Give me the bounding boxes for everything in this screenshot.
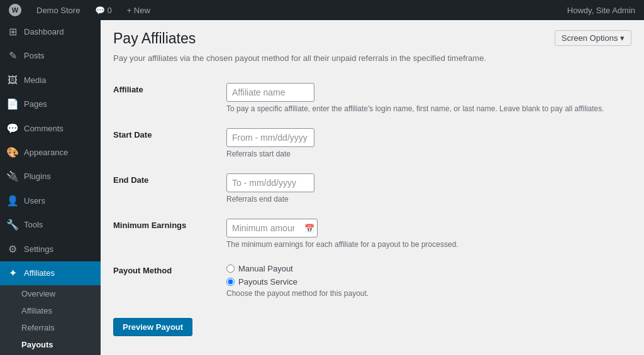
- sidebar-item-label: Posts: [24, 50, 45, 62]
- sidebar-item-label: Affiliates: [24, 268, 55, 279]
- affiliate-input[interactable]: [226, 83, 314, 102]
- payouts-service-option[interactable]: Payouts Service: [226, 277, 631, 287]
- preview-payout-button[interactable]: Preview Payout: [113, 318, 192, 336]
- min-earnings-row: Minimum Earnings 📅 The minimum earnings …: [113, 211, 631, 256]
- end-date-description: Referrals end date: [226, 195, 631, 204]
- users-icon: 👤: [6, 194, 19, 208]
- min-earnings-input-wrap: 📅: [226, 219, 318, 238]
- min-earnings-field: 📅 The minimum earnings for each affiliat…: [226, 211, 631, 256]
- sidebar-item-pages[interactable]: 📄 Pages: [0, 92, 101, 116]
- topbar-right: Howdy, Site Admin: [564, 0, 639, 20]
- topbar-left: W Demo Store 💬 0 + New: [5, 0, 154, 20]
- main-content: Pay your affiliates via the chosen payou…: [101, 47, 644, 349]
- submenu-affiliates[interactable]: Affiliates: [0, 302, 101, 319]
- payouts-service-radio[interactable]: [226, 278, 235, 286]
- tools-icon: 🔧: [6, 218, 19, 232]
- pages-icon: 📄: [6, 97, 19, 111]
- affiliate-label: Affiliate: [113, 75, 226, 121]
- sidebar-item-label: Media: [24, 75, 46, 86]
- calendar-icon: 📅: [299, 221, 319, 236]
- sidebar-item-label: Pages: [24, 99, 47, 110]
- sidebar: ⊞ Dashboard ✎ Posts 🖼 Media 📄 Pa: [0, 20, 101, 355]
- new-content-link[interactable]: + New: [123, 0, 154, 20]
- payout-method-radio-group: Manual Payout Payouts Service: [226, 264, 631, 287]
- sidebar-item-appearance[interactable]: 🎨 Appearance: [0, 141, 101, 165]
- manual-payout-option[interactable]: Manual Payout: [226, 264, 631, 273]
- pay-affiliates-form: Affiliate To pay a specific affiliate, e…: [113, 75, 631, 305]
- sidebar-item-posts[interactable]: ✎ Posts: [0, 44, 101, 68]
- submit-section: Preview Payout: [113, 318, 631, 336]
- sidebar-item-affiliates[interactable]: ✦ Affiliates Overview Affiliates Referra…: [0, 261, 101, 355]
- start-date-row: Start Date Referrals start date: [113, 121, 631, 166]
- howdy-text: Howdy, Site Admin: [567, 6, 635, 15]
- sidebar-item-plugins[interactable]: 🔌 Plugins: [0, 165, 101, 188]
- start-date-input[interactable]: [226, 128, 314, 147]
- site-name[interactable]: Demo Store: [33, 0, 84, 20]
- payout-method-label: Payout Method: [113, 256, 226, 305]
- payout-method-field: Manual Payout Payouts Service Choose the…: [226, 256, 631, 305]
- end-date-row: End Date Referrals end date: [113, 166, 631, 211]
- submenu-payouts[interactable]: Payouts: [0, 336, 101, 353]
- screen-options-label: Screen Options ▾: [562, 33, 625, 43]
- end-date-field: Referrals end date: [226, 166, 631, 211]
- site-name-label: Demo Store: [36, 6, 80, 15]
- sidebar-item-label: Appearance: [24, 147, 68, 158]
- dashboard-icon: ⊞: [6, 25, 19, 39]
- topbar: W Demo Store 💬 0 + New Howdy, Site Admin: [0, 0, 644, 20]
- start-date-description: Referrals start date: [226, 150, 631, 158]
- comment-count: 0: [107, 6, 111, 15]
- affiliate-field: To pay a specific affiliate, enter the a…: [226, 75, 631, 121]
- sidebar-item-users[interactable]: 👤 Users: [0, 189, 101, 213]
- sidebar-menu: ⊞ Dashboard ✎ Posts 🖼 Media 📄 Pa: [0, 20, 101, 355]
- user-info[interactable]: Howdy, Site Admin: [564, 0, 639, 20]
- sidebar-item-label: Users: [24, 195, 45, 207]
- main-content-area: Pay Affiliates Screen Options ▾ Pay your…: [101, 20, 644, 355]
- sidebar-item-label: Settings: [24, 244, 53, 255]
- payouts-service-label: Payouts Service: [238, 277, 297, 287]
- payout-method-row: Payout Method Manual Payout Payouts Serv…: [113, 256, 631, 305]
- page-title: Pay Affiliates: [113, 30, 196, 47]
- manual-payout-radio[interactable]: [226, 265, 235, 273]
- plugins-icon: 🔌: [6, 170, 19, 183]
- affiliate-row: Affiliate To pay a specific affiliate, e…: [113, 75, 631, 121]
- manual-payout-label: Manual Payout: [238, 264, 293, 273]
- affiliates-icon: ✦: [6, 266, 19, 280]
- start-date-field: Referrals start date: [226, 121, 631, 166]
- comments-link[interactable]: 💬 0: [91, 0, 115, 20]
- affiliate-description: To pay a specific affiliate, enter the a…: [226, 104, 631, 113]
- min-earnings-description: The minimum earnings for each affiliate …: [226, 240, 631, 249]
- end-date-label: End Date: [113, 166, 226, 211]
- layout: ⊞ Dashboard ✎ Posts 🖼 Media 📄 Pa: [0, 20, 644, 355]
- screen-options-button[interactable]: Screen Options ▾: [555, 30, 631, 46]
- min-earnings-input[interactable]: [227, 219, 299, 237]
- sidebar-item-dashboard[interactable]: ⊞ Dashboard: [0, 20, 101, 44]
- sidebar-item-label: Plugins: [24, 171, 51, 182]
- settings-icon: ⚙: [6, 243, 19, 256]
- payout-description: Choose the payout method for this payout…: [226, 289, 631, 298]
- wp-logo-icon: W: [9, 4, 21, 16]
- comment-bubble-icon: 💬: [95, 6, 105, 15]
- comments-icon: 💬: [6, 122, 19, 136]
- posts-icon: ✎: [6, 49, 19, 63]
- submenu-referrals[interactable]: Referrals: [0, 319, 101, 336]
- sidebar-item-label: Comments: [24, 123, 64, 134]
- sidebar-item-media[interactable]: 🖼 Media: [0, 68, 101, 92]
- main-header: Pay Affiliates Screen Options ▾: [101, 20, 644, 47]
- submenu-overview[interactable]: Overview: [0, 285, 101, 302]
- appearance-icon: 🎨: [6, 146, 19, 160]
- sidebar-item-settings[interactable]: ⚙ Settings: [0, 238, 101, 261]
- new-label: + New: [127, 6, 150, 15]
- min-earnings-label: Minimum Earnings: [113, 211, 226, 256]
- media-icon: 🖼: [6, 74, 19, 87]
- end-date-input[interactable]: [226, 173, 314, 192]
- page-description: Pay your affiliates via the chosen payou…: [113, 53, 631, 63]
- start-date-label: Start Date: [113, 121, 226, 166]
- affiliates-submenu: Overview Affiliates Referrals Payouts Vi…: [0, 285, 101, 355]
- sidebar-item-label: Dashboard: [24, 26, 64, 38]
- sidebar-item-label: Tools: [24, 219, 43, 231]
- sidebar-item-comments[interactable]: 💬 Comments: [0, 117, 101, 141]
- sidebar-item-tools[interactable]: 🔧 Tools: [0, 213, 101, 237]
- wp-logo[interactable]: W: [5, 0, 25, 20]
